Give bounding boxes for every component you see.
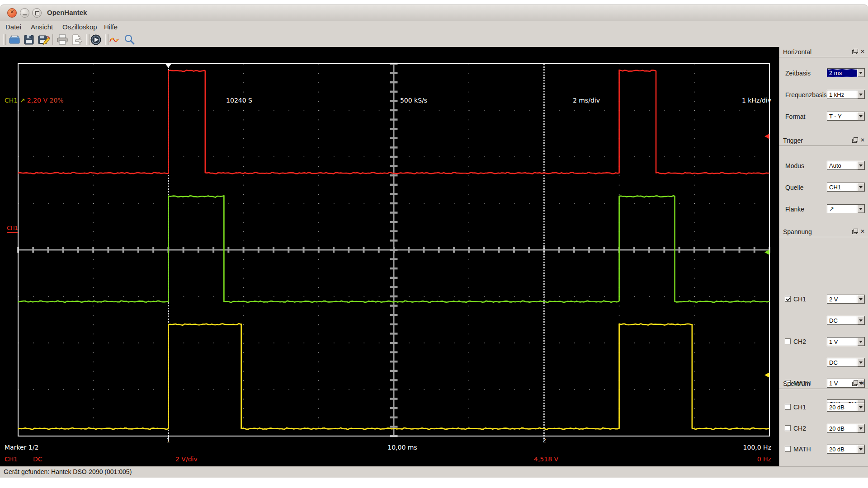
toolbar-grip[interactable] xyxy=(86,34,90,45)
float-panel-icon[interactable] xyxy=(852,139,857,143)
float-panel-icon[interactable] xyxy=(852,50,857,54)
open-icon[interactable] xyxy=(8,33,21,46)
save-icon[interactable] xyxy=(23,33,35,46)
chevron-down-icon[interactable] xyxy=(857,316,864,324)
panel-trigger: Trigger ✕ Modus Auto Quelle CH1 Flanke ↗ xyxy=(779,136,868,227)
spektrum-ch2-label: CH2 xyxy=(793,425,806,432)
ch1-zero-marker[interactable]: CH1 xyxy=(7,225,18,233)
toolbar-grip[interactable] xyxy=(105,34,108,45)
chevron-down-icon[interactable] xyxy=(857,183,864,191)
menu-oszilloskop[interactable]: Oszilloskop xyxy=(60,23,100,31)
close-window-button[interactable] xyxy=(7,8,17,18)
flanke-select[interactable]: ↗ xyxy=(827,204,865,213)
quelle-select[interactable]: CH1 xyxy=(827,183,865,192)
spannung-ch2-coupling-select[interactable]: DC xyxy=(827,358,865,367)
chevron-down-icon[interactable] xyxy=(857,161,864,169)
spektrum-ch1-label: CH1 xyxy=(793,404,806,411)
spannung-ch2-label: CH2 xyxy=(793,338,806,345)
close-panel-icon[interactable]: ✕ xyxy=(860,137,865,143)
chevron-down-icon[interactable] xyxy=(857,445,864,453)
record-length: 10240 S xyxy=(226,97,252,104)
trigger-slope-icon: ↗ xyxy=(20,97,25,104)
modus-select[interactable]: Auto xyxy=(827,161,865,170)
digital-phosphor-icon[interactable] xyxy=(108,33,121,46)
float-panel-icon[interactable] xyxy=(852,382,857,386)
menu-hilfe[interactable]: Hilfe xyxy=(101,23,120,31)
titlebar[interactable]: OpenHantek xyxy=(0,5,868,22)
status-message: Gerät gefunden: Hantek DSO-2090 (001:005… xyxy=(4,468,132,475)
chevron-down-icon[interactable] xyxy=(857,424,864,432)
format-select[interactable]: T - Y xyxy=(827,112,865,121)
chevron-down-icon[interactable] xyxy=(857,403,864,411)
panel-spannung-header[interactable]: Spannung ✕ xyxy=(779,227,868,237)
chevron-down-icon[interactable] xyxy=(857,90,864,99)
channel-voltage-div: 2 V/div xyxy=(175,455,198,463)
panel-spektrum-header[interactable]: Spektrum ✕ xyxy=(779,379,868,389)
panel-horizontal-header[interactable]: Horizontal ✕ xyxy=(779,47,868,57)
quelle-label: Quelle xyxy=(785,184,803,191)
start-stop-icon[interactable] xyxy=(90,33,102,46)
timebase-label: 2 ms/div xyxy=(573,97,600,104)
spektrum-math-checkbox[interactable] xyxy=(785,446,791,452)
export-icon[interactable] xyxy=(71,33,83,46)
trigger-status: CH1 ↗ 2,20 V 20% xyxy=(5,97,64,104)
spektrum-ch1-checkbox[interactable] xyxy=(785,404,791,410)
chevron-down-icon[interactable] xyxy=(857,112,864,120)
trigger-position: 20% xyxy=(50,97,64,104)
trigger-channel: CH1 xyxy=(5,97,18,104)
close-panel-icon[interactable]: ✕ xyxy=(860,48,865,55)
spektrum-math-label: MATH xyxy=(793,446,811,453)
window-title: OpenHantek xyxy=(47,9,87,16)
statusbar: Gerät gefunden: Hantek DSO-2090 (001:005… xyxy=(0,466,868,478)
flanke-label: Flanke xyxy=(785,206,804,213)
channel-marker-level: 4,518 V xyxy=(534,455,558,463)
chevron-down-icon[interactable] xyxy=(857,338,864,346)
panel-title: Horizontal xyxy=(783,48,811,56)
frequencybase-label: 1 kHz/div xyxy=(742,97,771,104)
channel-row-name: CH1 xyxy=(5,455,18,463)
panel-spektrum: Spektrum ✕ CH1 20 dB CH2 20 dB MATH 20 d… xyxy=(779,379,868,466)
minimize-window-button[interactable] xyxy=(20,8,29,18)
marker1-label[interactable]: 1 xyxy=(166,437,170,444)
spannung-ch1-checkbox[interactable] xyxy=(785,296,791,302)
spannung-ch1-coupling-select[interactable]: DC xyxy=(827,316,865,325)
scope-graticule-and-traces xyxy=(0,47,779,466)
format-label: Format xyxy=(785,113,805,120)
spektrum-ch2-magnitude-select[interactable]: 20 dB xyxy=(827,424,865,433)
marker2-label[interactable]: 2 xyxy=(542,437,546,444)
dock-column: Horizontal ✕ Zeitbasis 2 ms Frequenzbasi… xyxy=(779,47,868,466)
chevron-down-icon[interactable] xyxy=(857,69,864,77)
maximize-window-button[interactable] xyxy=(32,8,42,18)
trigger-level: 2,20 V xyxy=(27,97,47,104)
close-panel-icon[interactable]: ✕ xyxy=(860,228,865,235)
close-panel-icon[interactable]: ✕ xyxy=(860,380,865,386)
chevron-down-icon[interactable] xyxy=(857,295,864,303)
toolbar-separator xyxy=(52,34,53,45)
marker-frequency: 100,0 Hz xyxy=(743,444,771,451)
float-panel-icon[interactable] xyxy=(852,230,857,234)
save-as-icon[interactable] xyxy=(37,33,50,46)
menu-ansicht[interactable]: Ansicht xyxy=(28,23,56,31)
spannung-ch1-gain-select[interactable]: 2 V xyxy=(827,295,865,304)
spektrum-math-magnitude-select[interactable]: 20 dB xyxy=(827,445,865,454)
channel-coupling: DC xyxy=(33,455,42,463)
toolbar-grip[interactable] xyxy=(3,34,6,45)
chevron-down-icon[interactable] xyxy=(857,205,864,213)
spannung-ch2-checkbox[interactable] xyxy=(785,338,791,344)
marker-time: 10,00 ms xyxy=(387,444,417,451)
spannung-ch1-label: CH1 xyxy=(793,296,806,303)
spektrum-ch1-magnitude-select[interactable]: 20 dB xyxy=(827,403,865,412)
marker-row-label: Marker 1/2 xyxy=(5,444,38,451)
modus-label: Modus xyxy=(785,162,804,169)
panel-trigger-header[interactable]: Trigger ✕ xyxy=(779,136,868,146)
menu-datei[interactable]: Datei xyxy=(3,23,24,31)
spannung-ch2-gain-select[interactable]: 1 V xyxy=(827,337,865,346)
zeitbasis-select[interactable]: 2 ms xyxy=(827,68,865,77)
oscilloscope-display[interactable]: CH1 ↗ 2,20 V 20% 10240 S 500 kS/s 2 ms/d… xyxy=(0,47,779,466)
frequenzbasis-select[interactable]: 1 kHz xyxy=(827,90,865,99)
print-icon[interactable] xyxy=(56,33,69,46)
zoom-icon[interactable] xyxy=(123,33,136,46)
spektrum-ch2-checkbox[interactable] xyxy=(785,425,791,431)
menubar: Datei Ansicht Oszilloskop Hilfe xyxy=(0,21,868,32)
chevron-down-icon[interactable] xyxy=(857,358,864,366)
